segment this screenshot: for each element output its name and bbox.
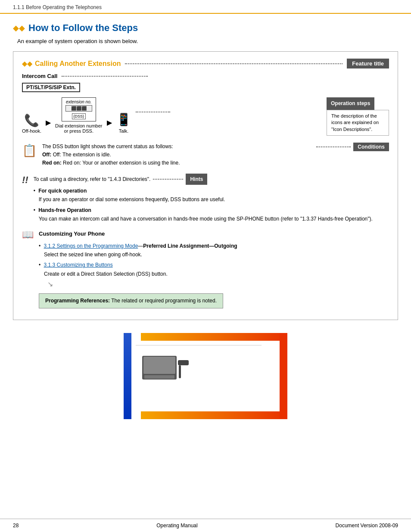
talk-icon: 📱: [116, 112, 131, 127]
breadcrumb: 1.1.1 Before Operating the Telephones: [13, 4, 102, 10]
custom-item1: • 3.1.2 Settings on the Programming Mode…: [39, 242, 389, 250]
off-text: Off: Off: The extension is idle.: [42, 151, 311, 159]
op-dots: [136, 112, 170, 112]
talk-label: Talk.: [119, 128, 129, 134]
customizing-content: Customizing Your Phone • 3.1.2 Settings …: [39, 229, 389, 308]
page-content: ◆◆ How to Follow the Steps An example of…: [0, 14, 411, 436]
intercom-row: Intercom Call: [22, 73, 389, 79]
prog-ref-body: The related or required programming is n…: [111, 298, 217, 304]
conditions-content: The DSS button light shows the current s…: [42, 143, 311, 168]
conditions-badge: Conditions: [353, 143, 389, 151]
custom-item1-link[interactable]: 3.1.2 Settings on the Programming Mode: [44, 243, 138, 249]
conditions-row: 📋 The DSS button light shows the current…: [22, 143, 389, 168]
bottom-image-box: [13, 333, 398, 419]
dial-label: Dial extension number or press DSS.: [55, 123, 102, 134]
dss-text: The DSS button light shows the current s…: [42, 143, 311, 151]
svg-rect-3: [178, 360, 189, 365]
pt-slt-box: PT/SLT/PS/SIP Extn.: [22, 83, 80, 92]
hints-content: To call using a directory, refer to "1.4…: [34, 174, 389, 224]
bottom-bar: [141, 411, 287, 419]
talk-step: 📱 Talk.: [116, 112, 131, 134]
intercom-dots: [62, 76, 148, 77]
section-title: ◆◆ How to Follow the Steps: [13, 22, 398, 34]
feature-title-badge: Feature title: [347, 59, 389, 68]
extension-box: extension no. ⬛⬛⬛ (DSS): [62, 97, 96, 121]
intercom-label: Intercom Call: [22, 73, 57, 79]
off-hook-step: 📞 Off-hook.: [22, 115, 41, 134]
hint2: • For quick operation: [34, 187, 389, 195]
arrow-right-icon-2: ▶: [107, 118, 112, 127]
section-diamonds-icon: ◆◆: [13, 23, 25, 33]
color-frame: [124, 333, 287, 419]
customizing-icon: 📖: [22, 229, 34, 240]
note-icon: 📋: [22, 143, 37, 158]
footer-version: Document Version 2008-09: [336, 523, 398, 529]
conditions-dots-badge: Conditions: [316, 143, 389, 151]
hint3: • Hands-free Operation: [34, 206, 389, 215]
dss-label: (DSS): [72, 113, 86, 119]
hints-icon: !!: [22, 174, 28, 186]
arrow-down-icon: ↘: [47, 278, 389, 290]
operation-steps-desc: The description of the icons are explain…: [327, 110, 389, 136]
redon-bold: Red on:: [42, 160, 62, 166]
svg-rect-1: [143, 357, 175, 374]
calling-diamonds-icon: ◆◆: [22, 59, 32, 68]
custom-item2-link[interactable]: 3.1.3 Customizing the Buttons: [44, 262, 113, 268]
page-footer: 28 Operating Manual Document Version 200…: [0, 519, 411, 532]
hint1-text: To call using a directory, refer to "1.4…: [34, 175, 151, 184]
operation-icons: 📞 Off-hook. ▶ extension no. ⬛⬛⬛ (DSS) Di…: [22, 97, 327, 134]
hint3-title: Hands-free Operation: [38, 207, 91, 213]
page-header: 1.1.1 Before Operating the Telephones: [0, 0, 411, 14]
hints-row: !! To call using a directory, refer to "…: [22, 174, 389, 224]
inner-line: [136, 345, 262, 345]
prog-ref-box: Programming References: The related or r…: [39, 293, 223, 308]
operation-row: 📞 Off-hook. ▶ extension no. ⬛⬛⬛ (DSS) Di…: [22, 97, 389, 136]
svg-rect-4: [179, 365, 181, 378]
top-bar: [141, 333, 287, 341]
ext-box-title: extension no.: [65, 100, 92, 104]
extension-step: extension no. ⬛⬛⬛ (DSS) Dial extension n…: [55, 97, 102, 134]
customizing-title: Customizing Your Phone: [39, 229, 389, 239]
custom-item2-body: Create or edit a Direct Station Selectio…: [44, 270, 389, 278]
custom-item1-body: Select the seized line when going off-ho…: [44, 250, 389, 259]
custom-item1-bold: Preferred Line Assignment—Outgoing: [143, 243, 237, 249]
intro-text: An example of system operation is shown …: [17, 38, 398, 44]
hint2-body: If you are an operator or dial some exte…: [39, 195, 389, 204]
customizing-row: 📖 Customizing Your Phone • 3.1.2 Setting…: [22, 229, 389, 308]
right-bar: [280, 333, 287, 419]
footer-page-number: 28: [13, 523, 19, 529]
calling-title: Calling Another Extension: [35, 60, 121, 68]
footer-manual-name: Operating Manual: [156, 523, 197, 529]
cond-dots: [316, 146, 351, 147]
demo-box: ◆◆ Calling Another Extension Feature tit…: [13, 51, 398, 320]
hint2-title: For quick operation: [38, 188, 87, 194]
inner-content: [131, 341, 280, 411]
off-hook-label: Off-hook.: [22, 128, 41, 134]
custom-item2: • 3.1.3 Customizing the Buttons: [39, 261, 389, 269]
phone-offhook-icon: 📞: [24, 115, 39, 127]
hints-dots: [153, 179, 183, 180]
arrow-right-icon-1: ▶: [46, 118, 51, 127]
hint3-body: You can make an intercom call and have a…: [39, 215, 389, 223]
phone-device-icon: [140, 352, 192, 390]
left-bar: [124, 333, 131, 419]
hints-badge: Hints: [186, 174, 207, 185]
feature-title-left: ◆◆ Calling Another Extension: [22, 59, 121, 68]
svg-rect-2: [144, 375, 174, 379]
prog-ref-label: Programming References:: [45, 298, 110, 304]
section-heading: How to Follow the Steps: [28, 22, 138, 34]
feature-title-row: ◆◆ Calling Another Extension Feature tit…: [22, 59, 389, 68]
operation-steps-badge: Operation steps: [327, 97, 374, 110]
off-bold: Off:: [42, 152, 51, 158]
feature-dotted-line: [125, 63, 342, 64]
hints-dots-badge: To call using a directory, refer to "1.4…: [34, 174, 389, 185]
redon-text: Red on: Red on: Your or another extensio…: [42, 159, 311, 167]
